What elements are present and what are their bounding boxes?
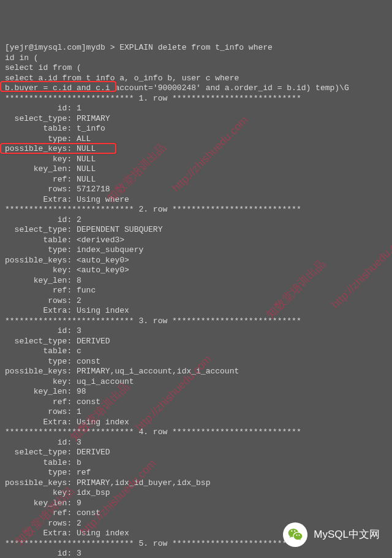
- wechat-icon: [283, 522, 307, 547]
- footer-text: MySQL中文网: [314, 528, 380, 541]
- terminal-output: [yejr@imysql.com]mydb > EXPLAIN delete f…: [5, 43, 387, 558]
- footer: MySQL中文网: [283, 522, 380, 547]
